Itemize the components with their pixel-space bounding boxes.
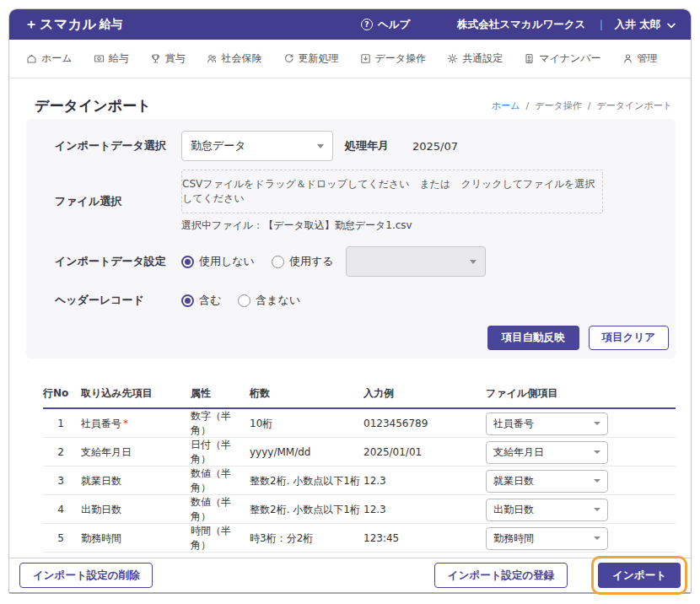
footer-action-bar: インポート設定の削除 インポート設定の登録 インポート [9, 558, 691, 592]
import-data-select[interactable]: 勤怠データ [181, 131, 333, 161]
import-data-select-value: 勤怠データ [191, 138, 246, 154]
help-label: ヘルプ [378, 18, 410, 32]
file-item-select[interactable]: 出勤日数 [486, 499, 608, 521]
radio-selected-icon [181, 294, 194, 307]
nav-label: 管理 [638, 51, 658, 66]
main-nav: ホーム 給与 賞与 社会保険 更新処理 データ操作 共通設定 マイナンバー [9, 40, 691, 78]
col-example: 入力例 [363, 386, 486, 401]
nav-label: 賞与 [165, 51, 186, 66]
import-settings-panel: インポートデータ選択 勤怠データ 処理年月 2025/07 ファイル選択 CSV… [26, 119, 676, 359]
table-row: 3 就業日数 数値（半角） 整数2桁. 小数点以下1桁 12.3 就業日数 [43, 466, 676, 495]
home-icon [26, 53, 37, 64]
import-button[interactable]: インポート [598, 563, 681, 588]
attribute: 数値（半角） [191, 495, 250, 524]
company-name: 株式会社スマカルワークス [457, 18, 585, 32]
select-caret-icon [594, 450, 600, 454]
target-item: 就業日数 [81, 474, 191, 488]
nav-label: マイナンバー [539, 51, 600, 66]
register-import-setting-button[interactable]: インポート設定の登録 [434, 563, 568, 588]
person-icon [622, 53, 633, 64]
file-select-label: ファイル選択 [55, 194, 181, 209]
radio-unselected-icon [238, 294, 250, 307]
radio-use-off[interactable]: 使用しない [181, 254, 255, 269]
file-item-value: 勤務時間 [493, 531, 534, 546]
select-caret-icon [594, 479, 600, 483]
processing-month-value: 2025/07 [412, 140, 458, 153]
nav-label: 社会保険 [222, 51, 262, 66]
radio-selected-icon [181, 256, 194, 268]
nav-label: 給与 [109, 51, 129, 66]
file-item-select[interactable]: 支給年月日 [486, 441, 608, 464]
radio-use-on[interactable]: 使用する [272, 254, 334, 269]
attribute: 時間（半角） [191, 524, 250, 553]
breadcrumb: ホーム / データ操作 / データインポート [492, 100, 672, 112]
file-item-select[interactable]: 勤務時間 [486, 527, 608, 550]
nav-label: データ操作 [375, 51, 427, 66]
bonus-icon [150, 53, 161, 64]
plus-icon: ＋ [24, 18, 38, 31]
csv-dropzone[interactable]: CSVファイルをドラッグ＆ドロップしてください または クリックしてファイルを選… [181, 170, 603, 213]
question-circle-icon: ? [361, 19, 373, 30]
radio-unselected-icon [272, 256, 284, 268]
chevron-down-icon [667, 23, 676, 29]
nav-item-mynumber[interactable]: マイナンバー [524, 51, 600, 66]
app-window: ＋スマカル給与 ? ヘルプ 株式会社スマカルワークス ｜ 入井 太郎 ホーム 給… [8, 8, 692, 594]
auto-map-button[interactable]: 項目自動反映 [487, 326, 579, 350]
nav-label: 更新処理 [299, 51, 339, 66]
row-no: 2 [43, 446, 81, 458]
user-name: 入井 太郎 [615, 18, 660, 32]
select-caret-icon [470, 260, 477, 264]
mapping-table: 行No 取り込み先項目 属性 桁数 入力例 ファイル側項目 1 社員番号* 数字… [43, 379, 676, 553]
file-item-value: 社員番号 [493, 417, 534, 431]
select-caret-icon [594, 537, 600, 540]
target-item: 勤務時間 [81, 531, 191, 546]
required-mark: * [123, 418, 128, 429]
table-row: 4 出勤日数 数値（半角） 整数2桁. 小数点以下1桁 12.3 出勤日数 [43, 495, 676, 524]
col-digits: 桁数 [250, 386, 363, 401]
select-caret-icon [594, 508, 600, 511]
nav-item-home[interactable]: ホーム [26, 51, 73, 66]
table-row: 2 支給年月日 日付（半角） yyyy/MM/dd 2025/01/01 支給年… [43, 438, 676, 466]
top-bar: ＋スマカル給与 ? ヘルプ 株式会社スマカルワークス ｜ 入井 太郎 [9, 9, 691, 40]
app-logo[interactable]: ＋スマカル給与 [24, 16, 123, 34]
clear-items-button[interactable]: 項目クリア [589, 326, 669, 350]
delete-import-setting-button[interactable]: インポート設定の削除 [19, 563, 153, 588]
select-caret-icon [594, 422, 600, 425]
payroll-icon [94, 53, 105, 64]
row-no: 4 [43, 504, 81, 515]
logo-text-main: スマカル [40, 16, 97, 34]
digits: yyyy/MM/dd [250, 446, 363, 458]
nav-item-settings[interactable]: 共通設定 [447, 51, 503, 66]
row-no: 1 [43, 418, 81, 429]
nav-label: 共通設定 [462, 51, 503, 66]
attribute: 数値（半角） [191, 466, 250, 495]
people-icon [207, 53, 218, 64]
breadcrumb-home[interactable]: ホーム [492, 100, 520, 112]
breadcrumb-current: データインポート [596, 100, 672, 112]
example: 12.3 [363, 475, 486, 487]
digits: 時3桁：分2桁 [250, 531, 363, 546]
radio-label: 使用しない [199, 254, 255, 269]
table-row: 1 社員番号* 数字（半角） 10桁 0123456789 社員番号 [43, 409, 676, 438]
breadcrumb-separator: / [526, 100, 530, 111]
breadcrumb-separator: / [588, 100, 591, 111]
radio-header-include[interactable]: 含む [181, 293, 221, 308]
nav-item-data-ops[interactable]: データ操作 [360, 51, 427, 66]
import-setting-select-disabled [346, 246, 486, 277]
dropzone-text: CSVファイルをドラッグ＆ドロップしてください または クリックしてファイルを選… [182, 177, 602, 206]
help-button[interactable]: ? ヘルプ [361, 18, 410, 32]
nav-item-payroll[interactable]: 給与 [94, 51, 129, 66]
radio-header-exclude[interactable]: 含まない [238, 293, 300, 308]
attribute: 数字（半角） [191, 409, 250, 438]
nav-item-social-insurance[interactable]: 社会保険 [207, 51, 262, 66]
file-item-select[interactable]: 社員番号 [486, 413, 608, 435]
nav-label: ホーム [41, 51, 73, 66]
nav-item-bonus[interactable]: 賞与 [150, 51, 186, 66]
user-menu[interactable]: 入井 太郎 [615, 18, 676, 32]
nav-item-update[interactable]: 更新処理 [283, 51, 339, 66]
nav-item-admin[interactable]: 管理 [622, 51, 658, 66]
row-no: 3 [43, 475, 81, 487]
col-target-item: 取り込み先項目 [81, 386, 191, 401]
file-item-select[interactable]: 就業日数 [486, 470, 608, 493]
page-title: データインポート [35, 96, 151, 116]
